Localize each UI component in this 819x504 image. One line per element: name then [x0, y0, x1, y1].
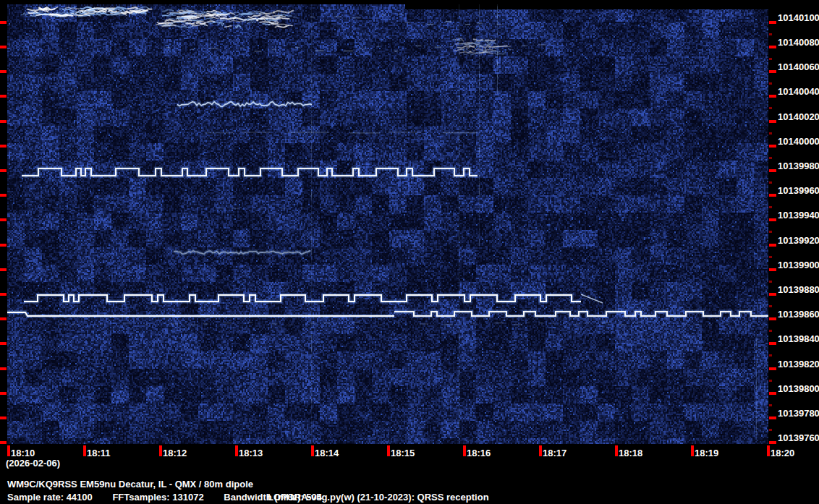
freq-tick-label: 10139980 — [778, 161, 819, 171]
freq-tick-right — [769, 342, 776, 345]
freq-tick-left — [0, 194, 7, 197]
time-tick-label: 18:10 — [11, 448, 35, 458]
freq-tick-right — [769, 268, 776, 271]
freq-tick-label: 10139860 — [778, 309, 819, 320]
freq-tick-label: 10139800 — [778, 383, 819, 394]
capture-params: Sample rate: 44100 FFTsamples: 131072 Ba… — [7, 492, 339, 503]
freq-tick-left — [0, 120, 7, 123]
freq-tick-right — [769, 417, 776, 419]
freq-tick-left — [0, 441, 7, 444]
freq-tick-minor — [769, 256, 772, 258]
freq-tick-left — [0, 218, 7, 221]
freq-tick-left — [0, 268, 7, 271]
freq-tick-minor — [769, 157, 772, 159]
freq-tick-label: 10140060 — [778, 61, 819, 72]
freq-tick-minor — [769, 429, 772, 431]
freq-tick-right — [769, 145, 776, 148]
freq-tick-right — [769, 293, 776, 296]
freq-tick-left — [0, 293, 7, 296]
spectrogram-canvas — [7, 4, 768, 444]
freq-tick-right — [769, 169, 776, 172]
freq-tick-left — [0, 417, 7, 419]
freq-tick-label: 10140100 — [778, 12, 819, 23]
time-tick-label: 18:16 — [467, 448, 491, 458]
freq-tick-left — [0, 367, 7, 370]
lopora-grabber-screen: { "footer": { "station_line": "WM9C/KQ9R… — [0, 0, 819, 504]
freq-tick-right — [769, 317, 776, 320]
time-tick-label: 18:11 — [87, 448, 111, 458]
freq-tick-minor — [769, 330, 772, 332]
freq-tick-right — [769, 218, 776, 221]
freq-tick-label: 10139940 — [778, 210, 819, 221]
freq-tick-label: 10139820 — [778, 359, 819, 370]
freq-tick-label: 10139840 — [778, 333, 819, 344]
freq-tick-minor — [769, 33, 772, 35]
freq-tick-right — [769, 46, 776, 48]
freq-tick-label: 10139900 — [778, 260, 819, 270]
time-tick — [387, 445, 390, 456]
time-tick — [615, 445, 618, 456]
freq-tick-right — [769, 21, 776, 24]
freq-tick-right — [769, 392, 776, 395]
time-tick-label: 18:18 — [619, 448, 642, 458]
freq-tick-minor — [769, 107, 772, 109]
time-tick — [159, 445, 162, 456]
spectrogram-panel: 1014010010140080101400601014004010140020… — [0, 0, 819, 504]
freq-tick-left — [0, 46, 7, 48]
freq-tick-minor — [769, 181, 772, 184]
freq-tick-minor — [769, 305, 772, 307]
time-tick-label: 18:15 — [391, 448, 415, 458]
time-tick — [463, 445, 466, 456]
freq-tick-right — [769, 120, 776, 123]
time-tick — [539, 445, 542, 456]
freq-tick-minor — [769, 58, 772, 60]
freq-tick-left — [0, 342, 7, 345]
date-label: (2026-02-06) — [6, 458, 60, 469]
sample-rate-label: Sample rate: 44100 — [7, 492, 93, 503]
time-tick — [83, 445, 86, 456]
freq-tick-left — [0, 95, 7, 98]
time-tick-label: 18:13 — [239, 448, 263, 458]
freq-tick-minor — [769, 82, 772, 85]
freq-tick-minor — [769, 281, 772, 283]
time-tick-label: 18:14 — [315, 448, 339, 458]
freq-tick-minor — [769, 132, 772, 134]
freq-tick-label: 10139880 — [778, 284, 819, 295]
freq-tick-right — [769, 194, 776, 197]
time-tick — [691, 445, 694, 456]
freq-tick-left — [0, 169, 7, 172]
freq-tick-label: 10140080 — [778, 37, 819, 48]
freq-tick-label: 10140000 — [778, 136, 819, 147]
freq-tick-left — [0, 317, 7, 320]
freq-tick-minor — [769, 231, 772, 233]
freq-tick-right — [769, 441, 776, 444]
freq-tick-left — [0, 21, 7, 24]
freq-tick-label: 10139920 — [778, 235, 819, 246]
freq-tick-right — [769, 95, 776, 98]
freq-tick-minor — [769, 380, 772, 382]
freq-tick-left — [0, 392, 7, 395]
freq-tick-right — [769, 367, 776, 370]
time-tick — [311, 445, 314, 456]
freq-tick-label: 10139960 — [778, 185, 819, 196]
time-tick-label: 18:20 — [771, 448, 794, 458]
freq-tick-left — [0, 145, 7, 148]
software-version-label: LOPORA-v5g.py(w) (21-10-2023): QRSS rece… — [268, 492, 489, 503]
time-tick — [767, 445, 770, 456]
freq-tick-minor — [769, 354, 772, 356]
freq-tick-label: 10140040 — [778, 86, 819, 97]
time-tick-label: 18:17 — [543, 448, 566, 458]
freq-tick-minor — [769, 404, 772, 406]
freq-tick-left — [0, 244, 7, 247]
freq-tick-right — [769, 244, 776, 247]
freq-tick-label: 10140020 — [778, 111, 819, 122]
freq-tick-label: 10139780 — [778, 408, 819, 419]
time-tick — [7, 445, 10, 456]
station-info: WM9C/KQ9RSS EM59nu Decatur, IL - QMX / 8… — [7, 479, 253, 490]
freq-tick-minor — [769, 206, 772, 208]
fft-samples-label: FFTsamples: 131072 — [112, 492, 203, 503]
freq-tick-label: 10139760 — [778, 432, 819, 443]
time-tick-label: 18:12 — [163, 448, 187, 458]
freq-tick-left — [0, 70, 7, 73]
time-tick — [235, 445, 238, 456]
